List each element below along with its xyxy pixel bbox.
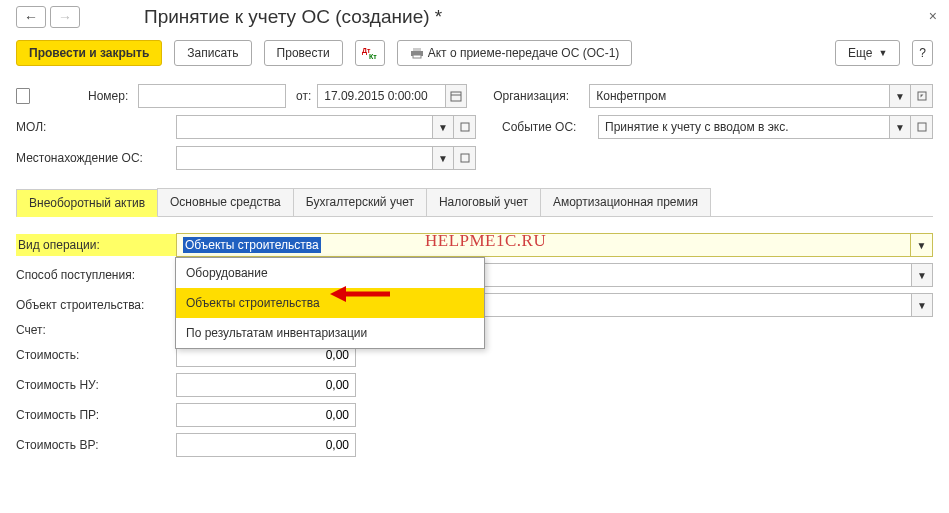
org-combo[interactable]: Конфетпром ▼ [589,84,933,108]
nav-back-button[interactable]: ← [16,6,46,28]
receipt-method-label: Способ поступления: [16,268,176,282]
cost-vr-input[interactable] [176,433,356,457]
help-button[interactable]: ? [912,40,933,66]
number-input[interactable] [138,84,286,108]
svg-rect-5 [451,92,461,101]
tab-fixed-assets[interactable]: Основные средства [157,188,294,216]
open-icon [460,153,470,163]
open-icon [917,91,927,101]
event-value[interactable]: Принятие к учету с вводом в экс. [598,115,889,139]
location-combo[interactable]: ▼ [176,146,476,170]
print-act-label: Акт о приеме-передаче ОС (ОС-1) [428,46,620,60]
debit-credit-button[interactable]: ДтКт [355,40,385,66]
calendar-icon [450,90,462,102]
tab-tax[interactable]: Налоговый учет [426,188,541,216]
dropdown-button[interactable]: ▼ [911,263,933,287]
mol-combo[interactable]: ▼ [176,115,476,139]
more-button[interactable]: Еще ▼ [835,40,900,66]
date-value[interactable]: 17.09.2015 0:00:00 [317,84,445,108]
post-and-close-button[interactable]: Провести и закрыть [16,40,162,66]
svg-rect-4 [413,55,421,58]
cost-pr-label: Стоимость ПР: [16,408,176,422]
event-label: Событие ОС: [502,120,598,134]
open-icon [460,122,470,132]
org-value[interactable]: Конфетпром [589,84,889,108]
org-label: Организация: [493,89,589,103]
open-button[interactable] [911,84,933,108]
dropdown-button[interactable]: ▼ [889,115,911,139]
print-act-button[interactable]: Акт о приеме-передаче ОС (ОС-1) [397,40,633,66]
event-combo[interactable]: Принятие к учету с вводом в экс. ▼ [598,115,933,139]
dt-kt-icon: ДтКт [362,46,378,60]
tab-depreciation-bonus[interactable]: Амортизационная премия [540,188,711,216]
cost-vr-label: Стоимость ВР: [16,438,176,452]
open-button[interactable] [454,115,476,139]
tab-accounting[interactable]: Бухгалтерский учет [293,188,427,216]
printer-icon [410,47,424,59]
operation-type-label: Вид операции: [16,234,176,256]
tab-noncurrent-asset[interactable]: Внеоборотный актив [16,189,158,217]
mol-value[interactable] [176,115,432,139]
account-label: Счет: [16,323,176,337]
open-button[interactable] [454,146,476,170]
operation-type-value[interactable]: Объекты строительства [177,234,910,256]
calendar-button[interactable] [445,84,467,108]
nav-forward-button[interactable]: → [50,6,80,28]
svg-rect-10 [461,154,469,162]
post-button[interactable]: Провести [264,40,343,66]
construction-object-label: Объект строительства: [16,298,176,312]
svg-rect-3 [413,48,421,51]
close-icon[interactable]: × [929,8,937,24]
dropdown-button[interactable]: ▼ [889,84,911,108]
date-input[interactable]: 17.09.2015 0:00:00 [317,84,467,108]
document-icon [16,88,30,104]
cost-nu-label: Стоимость НУ: [16,378,176,392]
mol-label: МОЛ: [16,120,156,134]
svg-text:Кт: Кт [369,53,377,60]
cost-label: Стоимость: [16,348,176,362]
save-button[interactable]: Записать [174,40,251,66]
svg-rect-8 [461,123,469,131]
dropdown-button[interactable]: ▼ [911,293,933,317]
svg-rect-9 [918,123,926,131]
option-inventory[interactable]: По результатам инвентаризации [176,318,484,348]
number-label: Номер: [88,89,138,103]
dropdown-button[interactable]: ▼ [432,115,454,139]
more-label: Еще [848,46,872,60]
annotation-arrow-icon [330,283,390,305]
cost-pr-input[interactable] [176,403,356,427]
location-value[interactable] [176,146,432,170]
svg-marker-12 [330,286,346,302]
tab-bar: Внеоборотный актив Основные средства Бух… [16,188,933,217]
dropdown-button[interactable]: ▼ [432,146,454,170]
operation-type-combo[interactable]: Объекты строительства ▼ [176,233,933,257]
dropdown-button[interactable]: ▼ [910,234,932,256]
location-label: Местонахождение ОС: [16,151,172,165]
open-button[interactable] [911,115,933,139]
page-title: Принятие к учету ОС (создание) * [144,6,442,28]
chevron-down-icon: ▼ [878,48,887,58]
from-label: от: [296,89,311,103]
cost-nu-input[interactable] [176,373,356,397]
open-icon [917,122,927,132]
